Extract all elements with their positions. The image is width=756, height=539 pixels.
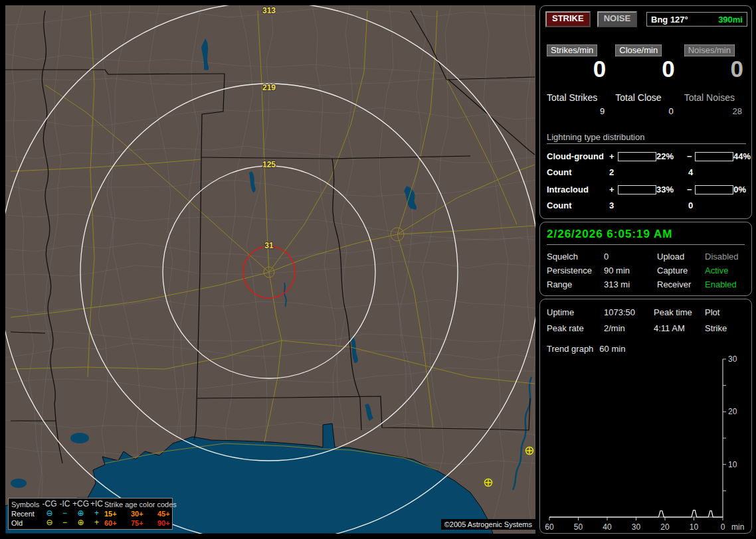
minus-sign: − bbox=[687, 151, 695, 161]
uptime-value: 1073:50 bbox=[604, 307, 654, 317]
lightning-type-distribution: Lightning type distribution Cloud-ground… bbox=[547, 132, 746, 210]
age-code-30: 30+ bbox=[131, 510, 156, 518]
bearing-distance: 390mi bbox=[718, 15, 743, 25]
persistence-value: 90 min bbox=[604, 266, 657, 275]
cg-negative-bar bbox=[695, 152, 733, 161]
strike-stats-panel: STRIKE NOISE Bng 127° 390mi Strikes/min … bbox=[539, 5, 752, 219]
strikes-per-min-chip[interactable]: Strikes/min bbox=[547, 44, 597, 56]
svg-text:60: 60 bbox=[545, 522, 554, 532]
lightning-monitor-app: 313 219 125 31 Symbols -CG -IC +CG +IC S… bbox=[0, 0, 756, 539]
strike-mode-button[interactable]: STRIKE bbox=[545, 11, 591, 27]
ic-positive-pct: 33% bbox=[656, 185, 687, 194]
ring-label-31: 31 bbox=[264, 241, 274, 250]
strike-legend: Symbols -CG -IC +CG +IC Strike age color… bbox=[8, 498, 173, 530]
svg-text:10: 10 bbox=[728, 460, 737, 469]
peak-time-value: 4:11 AM bbox=[654, 323, 705, 333]
upload-value: Disabled bbox=[705, 252, 745, 262]
strikes-per-min-column: Strikes/min 0 Total Strikes 9 bbox=[547, 44, 607, 116]
svg-text:20: 20 bbox=[728, 407, 737, 416]
receiver-value: Enabled bbox=[705, 279, 745, 289]
noise-mode-button[interactable]: NOISE bbox=[597, 11, 637, 27]
strike-map[interactable]: 313 219 125 31 Symbols -CG -IC +CG +IC S… bbox=[5, 5, 535, 534]
svg-text:min: min bbox=[731, 522, 744, 532]
legend-row-recent: Recent bbox=[11, 510, 41, 518]
pos-ic-recent-icon: + bbox=[90, 509, 103, 518]
close-per-min-value: 0 bbox=[615, 56, 676, 82]
intracloud-row: Intracloud + 33% − 0% bbox=[547, 185, 746, 194]
ic-negative-bar bbox=[695, 185, 733, 194]
age-code-15: 15+ bbox=[104, 510, 130, 518]
pos-cg-recent-icon: ⊕ bbox=[72, 509, 89, 518]
total-strikes-value: 9 bbox=[547, 106, 607, 116]
intracloud-count-row: Count 3 0 bbox=[547, 200, 746, 210]
cloud-ground-label: Cloud-ground bbox=[547, 151, 609, 161]
plus-sign: + bbox=[609, 185, 618, 194]
uptime-label: Uptime bbox=[547, 307, 604, 317]
neg-ic-recent-icon: − bbox=[58, 509, 71, 518]
legend-col-neg-ic: -IC bbox=[58, 500, 71, 508]
range-label: Range bbox=[547, 279, 604, 289]
pos-ic-old-icon: + bbox=[90, 518, 103, 527]
old-pos-cg-strike-symbol bbox=[485, 479, 492, 487]
neg-cg-recent-icon: ⊖ bbox=[42, 509, 57, 518]
map-canvas[interactable]: 313 219 125 31 bbox=[5, 5, 535, 534]
close-per-min-column: Close/min 0 Total Close 0 bbox=[615, 44, 676, 116]
peak-time-label: Peak time bbox=[654, 307, 705, 317]
age-code-45: 45+ bbox=[157, 510, 180, 518]
plot-mode-value: Strike bbox=[705, 323, 745, 333]
noises-per-min-column: Noises/min 0 Total Noises 28 bbox=[684, 44, 745, 116]
strikes-per-min-value: 0 bbox=[547, 56, 607, 82]
cg-negative-pct: 44% bbox=[733, 151, 751, 161]
total-noises-label: Total Noises bbox=[684, 92, 745, 103]
legend-col-pos-cg: +CG bbox=[72, 500, 89, 508]
distribution-title: Lightning type distribution bbox=[547, 132, 746, 144]
svg-text:40: 40 bbox=[603, 522, 612, 532]
capture-label: Capture bbox=[657, 266, 705, 275]
trend-panel: Uptime 1073:50 Peak time Plot Peak rate … bbox=[539, 299, 752, 534]
svg-text:50: 50 bbox=[574, 522, 583, 532]
count-label: Count bbox=[547, 200, 609, 210]
age-code-75: 75+ bbox=[131, 519, 156, 527]
intracloud-label: Intracloud bbox=[547, 185, 609, 194]
peak-rate-value: 2/min bbox=[604, 323, 654, 333]
legend-row-old: Old bbox=[11, 519, 41, 527]
age-code-90: 90+ bbox=[157, 519, 180, 527]
noises-per-min-value: 0 bbox=[684, 56, 745, 82]
receiver-status-panel: 2/26/2026 6:05:19 AM Squelch 0 Upload Di… bbox=[539, 222, 752, 296]
ic-negative-pct: 0% bbox=[733, 185, 746, 194]
age-code-60: 60+ bbox=[104, 519, 130, 527]
legend-age-header: Strike age color codes bbox=[104, 501, 180, 508]
svg-text:20: 20 bbox=[660, 522, 670, 532]
plus-sign: + bbox=[609, 151, 618, 161]
peak-rate-label: Peak rate bbox=[547, 323, 604, 333]
old-pos-cg-strike-symbol bbox=[526, 447, 533, 455]
legend-col-pos-ic: +IC bbox=[90, 500, 103, 508]
total-strikes-label: Total Strikes bbox=[547, 92, 607, 103]
total-close-value: 0 bbox=[615, 106, 676, 116]
ic-positive-bar bbox=[618, 185, 656, 194]
pos-cg-old-icon: ⊕ bbox=[72, 518, 89, 527]
plot-label: Plot bbox=[705, 307, 745, 317]
svg-text:30: 30 bbox=[728, 354, 737, 364]
copyright-notice: ©2005 Astrogenic Systems bbox=[441, 519, 535, 530]
minus-sign: − bbox=[687, 185, 695, 194]
squelch-value: 0 bbox=[604, 252, 657, 262]
bearing-value: Bng 127° bbox=[651, 15, 688, 25]
neg-cg-old-icon: ⊖ bbox=[42, 518, 57, 527]
count-label: Count bbox=[547, 167, 609, 177]
datetime-display: 2/26/2026 6:05:19 AM bbox=[547, 228, 745, 245]
close-per-min-chip[interactable]: Close/min bbox=[615, 44, 662, 56]
svg-text:0: 0 bbox=[721, 522, 725, 532]
ring-label-125: 125 bbox=[262, 160, 276, 169]
legend-col-neg-cg: -CG bbox=[42, 500, 57, 508]
noises-per-min-chip[interactable]: Noises/min bbox=[684, 44, 735, 56]
upload-label: Upload bbox=[657, 252, 705, 262]
ic-positive-count: 3 bbox=[609, 200, 688, 210]
ring-label-313: 313 bbox=[262, 6, 276, 15]
cg-negative-count: 4 bbox=[688, 167, 746, 177]
cloud-ground-count-row: Count 2 4 bbox=[547, 167, 746, 177]
cg-positive-bar bbox=[618, 152, 656, 161]
squelch-label: Squelch bbox=[547, 252, 604, 262]
persistence-label: Persistence bbox=[547, 266, 604, 275]
neg-ic-old-icon: − bbox=[58, 518, 71, 527]
